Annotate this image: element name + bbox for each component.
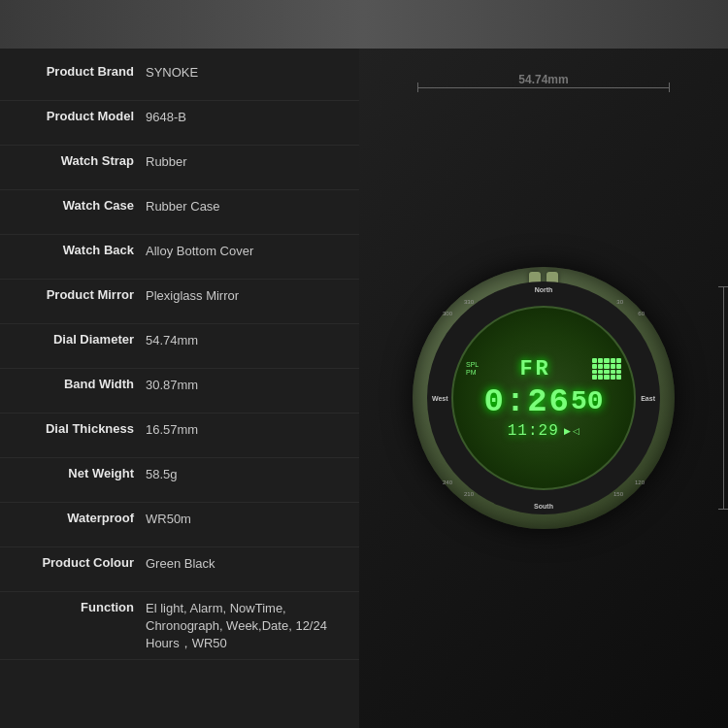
spec-row-9: Net Weight58.5g <box>0 458 359 503</box>
spec-label-2: Watch Strap <box>10 151 146 168</box>
main-container: Product BrandSYNOKEProduct Model9648-BWa… <box>0 49 728 728</box>
spec-label-1: Product Model <box>10 107 146 123</box>
top-strip <box>0 0 728 49</box>
spec-value-9: 58.5g <box>146 464 349 483</box>
watch-bezel: North South East West 330 300 30 60 120 … <box>427 281 660 514</box>
watch-outer-case: North South East West 330 300 30 60 120 … <box>413 267 675 529</box>
spec-value-6: 54.74mm <box>146 330 349 349</box>
compass-north: North <box>535 286 553 293</box>
spec-row-12: FunctionEl light, Alarm, NowTime, Chrono… <box>0 592 359 660</box>
spec-row-1: Product Model9648-B <box>0 101 359 146</box>
spec-value-1: 9648-B <box>146 107 349 126</box>
watch-bottom-row: 11:29 ▶ ◁ <box>466 422 621 440</box>
spec-value-8: 16.57mm <box>146 419 349 439</box>
watch-day-display: FR <box>519 357 550 381</box>
watch-seconds-display: 50 <box>571 386 604 416</box>
spec-row-5: Product MirrorPlexiglass Mirror <box>0 280 359 324</box>
spec-label-10: Waterproof <box>10 509 146 525</box>
spec-label-6: Dial Diameter <box>10 330 146 347</box>
spec-value-11: Green Black <box>146 553 349 573</box>
spec-row-0: Product BrandSYNOKE <box>0 56 359 101</box>
watch-display: SPL PM FR <box>461 352 626 445</box>
compass-west: West <box>432 395 448 402</box>
compass-south: South <box>534 503 553 510</box>
spec-label-12: Function <box>10 598 146 614</box>
spec-value-3: Rubber Case <box>146 196 349 215</box>
spec-value-4: Alloy Bottom Cover <box>146 241 349 260</box>
watch-time-row: 0:26 50 <box>483 383 603 420</box>
spec-row-2: Watch StrapRubber <box>0 146 359 190</box>
watch-grid-display <box>592 358 621 380</box>
spec-value-12: El light, Alarm, NowTime, Chronograph, W… <box>146 598 349 653</box>
spec-row-4: Watch BackAlloy Bottom Cover <box>0 235 359 280</box>
dim-label-top: 54.74mm <box>518 73 568 86</box>
spec-value-10: WR50m <box>146 509 349 528</box>
spec-value-0: SYNOKE <box>146 62 349 82</box>
watch-time-display: 0:26 <box>483 383 571 420</box>
spec-label-0: Product Brand <box>10 62 146 79</box>
compass-east: East <box>641 395 655 402</box>
spec-row-11: Product ColourGreen Black <box>0 547 359 592</box>
watch-extra-icons: ▶ ◁ <box>564 426 580 436</box>
spec-label-8: Dial Thickness <box>10 419 146 436</box>
spec-value-5: Plexiglass Mirror <box>146 285 349 305</box>
specs-panel: Product BrandSYNOKEProduct Model9648-BWa… <box>0 49 359 728</box>
watch-top-row: SPL PM FR <box>466 357 621 381</box>
spec-row-3: Watch CaseRubber Case <box>0 190 359 235</box>
spec-row-6: Dial Diameter54.74mm <box>0 324 359 369</box>
spec-label-9: Net Weight <box>10 464 146 480</box>
spec-row-8: Dial Thickness16.57mm <box>0 414 359 458</box>
spec-label-3: Watch Case <box>10 196 146 213</box>
spec-row-10: WaterproofWR50m <box>0 503 359 547</box>
spec-value-7: 30.87mm <box>146 375 349 394</box>
watch-spl-pm: SPL PM <box>466 361 479 376</box>
spec-label-11: Product Colour <box>10 553 146 570</box>
spec-value-2: Rubber <box>146 151 349 171</box>
spec-label-7: Band Width <box>10 375 146 391</box>
spec-label-5: Product Mirror <box>10 285 146 302</box>
watch-face: SPL PM FR <box>451 306 636 490</box>
watch-panel: 54.74mm 30.87mm <box>359 49 728 728</box>
watch-illustration: 30.87mm North South East West <box>398 238 689 558</box>
spec-label-4: Watch Back <box>10 241 146 257</box>
watch-date-display: 11:29 <box>508 422 559 440</box>
spec-row-7: Band Width30.87mm <box>0 369 359 414</box>
